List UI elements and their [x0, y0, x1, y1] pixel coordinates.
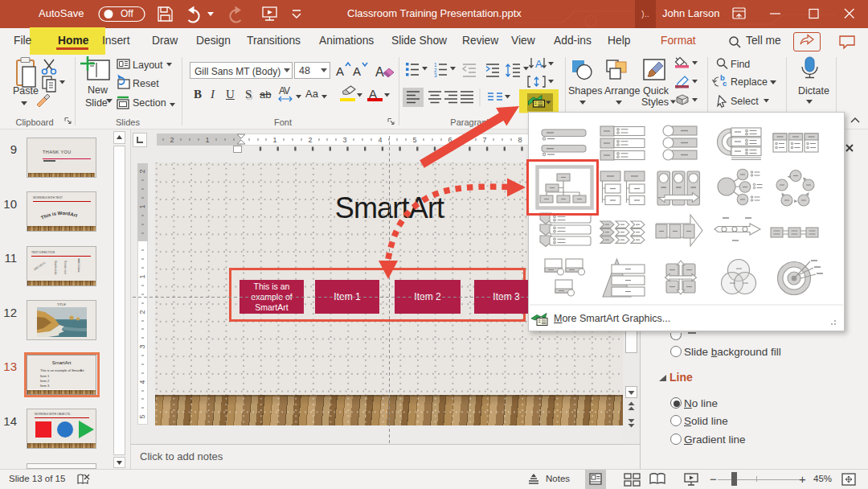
svg-text:5: 5 [138, 414, 146, 418]
svg-text:A: A [375, 65, 384, 79]
svg-text:2: 2 [170, 136, 174, 144]
svg-text:2: 2 [308, 136, 312, 144]
svg-text:1: 1 [138, 204, 146, 208]
svg-text:4: 4 [138, 380, 146, 384]
svg-text:A: A [353, 64, 361, 78]
svg-text:3: 3 [434, 72, 437, 78]
svg-text:8: 8 [518, 136, 522, 144]
svg-text:A: A [336, 64, 344, 78]
svg-text:1: 1 [205, 136, 209, 144]
svg-text:4: 4 [378, 136, 382, 144]
svg-text:c: c [723, 79, 727, 88]
svg-text:6: 6 [448, 136, 452, 144]
svg-text:7: 7 [482, 136, 486, 144]
svg-text:3: 3 [342, 136, 346, 144]
svg-text:5: 5 [412, 136, 416, 144]
svg-text:2: 2 [138, 169, 146, 173]
svg-text:3: 3 [138, 344, 146, 348]
svg-text:A: A [535, 58, 542, 70]
svg-text:1: 1 [272, 136, 276, 144]
svg-text:This is WordArt: This is WordArt [40, 211, 78, 220]
svg-text:1: 1 [138, 274, 146, 278]
svg-text:2: 2 [138, 310, 146, 314]
